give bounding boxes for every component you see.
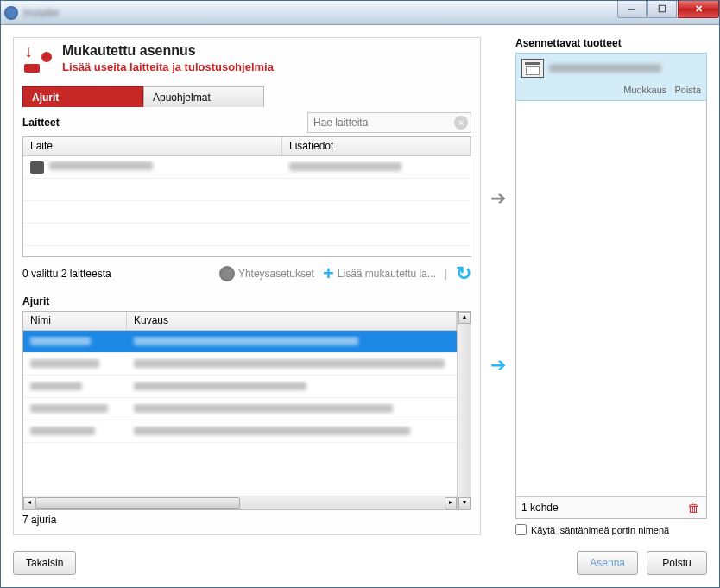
install-icon [22, 43, 54, 74]
table-row[interactable] [23, 201, 471, 224]
hostname-checkbox[interactable] [515, 524, 527, 535]
add-driver-arrow[interactable]: ➔ [488, 354, 508, 376]
vertical-scrollbar[interactable]: ▴ ▾ [457, 312, 471, 509]
devices-table-header: Laite Lisätiedot [23, 137, 471, 156]
trash-icon[interactable]: 🗑 [687, 501, 701, 515]
window-title: Installer [23, 7, 60, 19]
page-header: Mukautettu asennus Lisää useita laitteit… [22, 43, 471, 74]
products-count: 1 kohde [521, 502, 559, 514]
page-subtitle: Lisää useita laitteita ja tulostusohjelm… [62, 60, 274, 73]
plus-icon: + [323, 264, 334, 283]
edit-link[interactable]: Muokkaus [623, 85, 666, 95]
table-row[interactable] [23, 398, 457, 420]
tabs: Ajurit Apuohjelmat [22, 86, 471, 107]
add-device-arrow[interactable]: ➔ [488, 187, 508, 210]
col-desc[interactable]: Kuvaus [127, 312, 457, 330]
col-device[interactable]: Laite [23, 137, 282, 155]
scroll-up-icon[interactable]: ▴ [458, 312, 471, 324]
drivers-table: Nimi Kuvaus [22, 311, 471, 510]
main-area: Mukautettu asennus Lisää useita laitteit… [13, 37, 707, 535]
search-wrap: ✕ [307, 112, 471, 133]
maximize-button[interactable]: ☐ [647, 1, 677, 18]
gear-icon [219, 266, 235, 281]
hostname-checkbox-row[interactable]: Käytä isäntänimeä portin nimenä [515, 524, 707, 535]
devices-table: Laite Lisätiedot [22, 136, 471, 257]
tab-drivers[interactable]: Ajurit [22, 86, 143, 107]
drivers-table-body[interactable] [23, 331, 457, 496]
scroll-right-icon[interactable]: ▸ [445, 497, 457, 509]
page-title: Mukautettu asennus [62, 43, 274, 59]
scroll-down-icon[interactable]: ▾ [458, 497, 471, 509]
products-label: Asennettavat tuotteet [515, 37, 707, 49]
install-button[interactable]: Asenna [577, 551, 638, 575]
refresh-button[interactable]: ↻ [456, 262, 471, 285]
transfer-arrows: ➔ ➔ [488, 37, 508, 535]
search-input[interactable] [307, 112, 471, 133]
table-row[interactable] [23, 224, 471, 246]
devices-action-row: 0 valittu 2 laitteesta Yhteysasetukset +… [22, 262, 471, 285]
products-list: Muokkaus Poista 1 kohde 🗑 [515, 53, 707, 519]
add-custom-link[interactable]: + Lisää mukautettu la... [323, 264, 436, 283]
titlebar: Installer ─ ☐ ✕ [1, 1, 719, 25]
printer-icon [521, 59, 544, 78]
exit-button[interactable]: Poistu [647, 551, 707, 575]
installer-window: Installer ─ ☐ ✕ Mukautettu asennus Lisää… [0, 0, 720, 588]
table-row[interactable] [23, 353, 457, 376]
button-bar: Takaisin Asenna Poistu [13, 551, 707, 575]
delete-link[interactable]: Poista [674, 85, 701, 95]
minimize-button[interactable]: ─ [617, 1, 647, 18]
product-item[interactable]: Muokkaus Poista [515, 53, 707, 101]
back-button[interactable]: Takaisin [13, 551, 76, 575]
drivers-label: Ajurit [22, 295, 471, 307]
close-button[interactable]: ✕ [678, 1, 719, 18]
table-row[interactable] [23, 179, 471, 201]
device-icon [30, 161, 44, 174]
table-row[interactable] [23, 376, 457, 398]
devices-label: Laitteet [22, 117, 60, 129]
refresh-icon: ↻ [456, 262, 471, 285]
table-row[interactable] [23, 156, 471, 179]
hostname-checkbox-label: Käytä isäntänimeä portin nimenä [531, 525, 669, 535]
drivers-table-header: Nimi Kuvaus [23, 312, 457, 331]
left-panel: Mukautettu asennus Lisää useita laitteit… [13, 37, 481, 535]
table-row[interactable] [23, 420, 457, 443]
horizontal-scrollbar[interactable]: ◂ ▸ [23, 496, 457, 509]
window-controls: ─ ☐ ✕ [616, 1, 719, 18]
drivers-count: 7 ajuria [22, 514, 471, 526]
app-icon [4, 6, 18, 20]
col-name[interactable]: Nimi [23, 312, 127, 330]
connection-settings-link[interactable]: Yhteysasetukset [219, 266, 314, 281]
col-info[interactable]: Lisätiedot [282, 137, 471, 155]
table-row[interactable] [23, 331, 457, 353]
devices-table-body[interactable] [23, 156, 471, 256]
tab-utilities[interactable]: Apuohjelmat [143, 86, 264, 107]
content-area: Mukautettu asennus Lisää useita laitteit… [1, 25, 719, 587]
scroll-left-icon[interactable]: ◂ [23, 497, 35, 509]
selection-status: 0 valittu 2 laitteesta [22, 268, 111, 280]
right-panel: Asennettavat tuotteet Muokkaus Poista [515, 37, 707, 535]
products-footer: 1 kohde 🗑 [516, 496, 706, 518]
devices-section-header: Laitteet ✕ [22, 112, 471, 133]
search-clear-icon[interactable]: ✕ [454, 116, 468, 130]
